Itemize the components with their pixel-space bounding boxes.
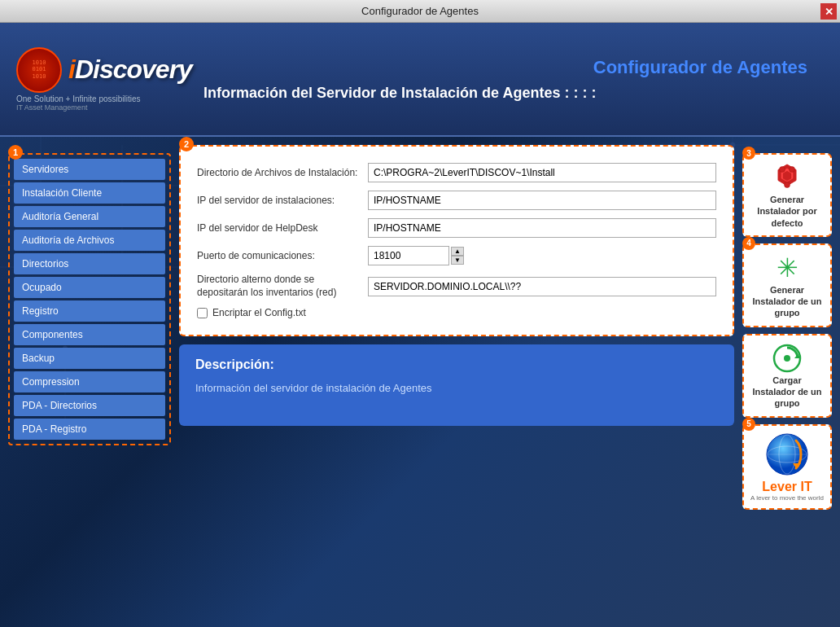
action-card-default-installer[interactable]: 3 Generar Instalador por defecto xyxy=(742,153,832,237)
svg-point-21 xyxy=(784,355,790,362)
sidebar: 1 Servidores Instalación Cliente Auditor… xyxy=(8,153,171,445)
logo-binary: 101001011010 xyxy=(33,59,46,80)
close-button[interactable]: ✕ xyxy=(820,3,837,20)
action-card-load-installer[interactable]: Cargar Instalador de un grupo xyxy=(742,334,832,418)
main-window: 101001011010 iDiscovery One Solution + I… xyxy=(0,23,840,627)
action-badge-3: 3 xyxy=(742,147,755,160)
logo-area: 101001011010 iDiscovery One Solution + I… xyxy=(16,47,179,112)
lever-globe-container xyxy=(765,432,809,476)
sidebar-item-servidores[interactable]: Servidores xyxy=(14,159,165,180)
main-panel: 2 Directorio de Archivos de Instalación:… xyxy=(179,145,734,619)
logo-subtitle: One Solution + Infinite possibilities xyxy=(16,94,141,103)
circular-arrow-icon xyxy=(771,342,803,375)
logo-i: i xyxy=(68,55,75,84)
header-main-title: Configurador de Agentes xyxy=(203,57,824,78)
logo-subtitle2: IT Asset Management xyxy=(16,103,87,112)
sidebar-item-componentes[interactable]: Componentes xyxy=(14,324,165,345)
leverit-brand: Lever IT xyxy=(762,480,812,494)
checkbox-row: Encriptar el Config.txt xyxy=(197,307,716,318)
checkbox-label: Encriptar el Config.txt xyxy=(212,307,306,318)
title-bar-text: Configurador de Agentes xyxy=(361,5,479,17)
sidebar-item-ocupado[interactable]: Ocupado xyxy=(14,277,165,298)
svg-point-17 xyxy=(790,167,795,173)
svg-point-16 xyxy=(780,167,785,173)
content-area: 1 Servidores Instalación Cliente Auditor… xyxy=(0,137,840,627)
alt-dir-input[interactable] xyxy=(368,277,716,296)
ip-helpdesk-input[interactable] xyxy=(368,218,716,238)
leverit-badge: 5 xyxy=(742,418,755,431)
sidebar-item-compression[interactable]: Compression xyxy=(14,371,165,392)
leverit-logo: Lever IT A lever to move the world xyxy=(750,432,824,502)
form-label-3: IP del servidor de HelpDesk xyxy=(197,222,360,234)
action-label-2: Generar Instalador de un grupo xyxy=(750,284,824,319)
description-text: Información del servidor de instalación … xyxy=(195,382,718,394)
sidebar-badge: 1 xyxy=(8,145,23,160)
encrypt-checkbox[interactable] xyxy=(197,308,208,318)
action-badge-4: 4 xyxy=(742,237,755,250)
port-down-button[interactable]: ▼ xyxy=(451,256,464,265)
leverit-tagline: A lever to move the world xyxy=(750,494,824,502)
form-label-5: Directorio alterno donde se depositarán … xyxy=(197,274,360,299)
action-label-3: Cargar Instalador de un grupo xyxy=(750,375,824,410)
sidebar-item-registro[interactable]: Registro xyxy=(14,300,165,322)
ip-install-server-input[interactable] xyxy=(368,191,716,210)
form-row-4: Puerto de comunicaciones: ▲ ▼ xyxy=(197,246,716,265)
sidebar-item-backup[interactable]: Backup xyxy=(14,348,165,369)
svg-point-18 xyxy=(785,182,790,188)
description-area: Descripción: Información del servidor de… xyxy=(179,344,734,426)
form-badge: 2 xyxy=(179,137,194,151)
install-dir-input[interactable] xyxy=(368,163,716,182)
right-panel: 3 Generar Instalador por defecto xyxy=(742,145,832,619)
port-input[interactable] xyxy=(368,246,449,265)
form-label-1: Directorio de Archivos de Instalación: xyxy=(197,167,360,178)
port-container: ▲ ▼ xyxy=(368,246,464,265)
header-title-area: Configurador de Agentes Información del … xyxy=(179,57,824,102)
sidebar-item-pda-directorios[interactable]: PDA - Directorios xyxy=(14,395,165,416)
logo-circle: 101001011010 xyxy=(16,47,62,93)
sidebar-item-instalacion-cliente[interactable]: Instalación Cliente xyxy=(14,182,165,204)
sidebar-item-auditoria-archivos[interactable]: Auditoría de Archivos xyxy=(14,230,165,251)
snowflake-icon: ✳ xyxy=(771,252,803,284)
form-row-2: IP del servidor de instalaciones: xyxy=(197,191,716,210)
port-spinner: ▲ ▼ xyxy=(451,247,464,265)
header: 101001011010 iDiscovery One Solution + I… xyxy=(0,23,840,137)
form-row-1: Directorio de Archivos de Instalación: xyxy=(197,163,716,182)
form-row-5: Directorio alterno donde se depositarán … xyxy=(197,274,716,299)
action-card-group-installer[interactable]: 4 ✳ Generar Instalador de un grupo xyxy=(742,243,832,327)
leverit-card: 5 xyxy=(742,424,832,510)
honeycomb-icon xyxy=(771,161,803,194)
form-area: 2 Directorio de Archivos de Instalación:… xyxy=(179,145,734,336)
form-label-2: IP del servidor de instalaciones: xyxy=(197,195,360,206)
sidebar-item-auditoria-general[interactable]: Auditoría General xyxy=(14,206,165,227)
logo-text: iDiscovery xyxy=(68,55,192,85)
title-bar: Configurador de Agentes ✕ xyxy=(0,0,840,23)
port-up-button[interactable]: ▲ xyxy=(451,247,464,256)
form-row-3: IP del servidor de HelpDesk xyxy=(197,218,716,238)
sidebar-item-pda-registro[interactable]: PDA - Registro xyxy=(14,419,165,440)
form-label-4: Puerto de comunicaciones: xyxy=(197,250,360,261)
description-title: Descripción: xyxy=(195,357,718,372)
sidebar-item-directorios[interactable]: Directorios xyxy=(14,253,165,274)
header-subtitle: Información del Servidor de Instalación … xyxy=(203,85,824,102)
action-label-1: Generar Instalador por defecto xyxy=(750,194,824,229)
logo-discovery: Discovery xyxy=(75,55,192,84)
